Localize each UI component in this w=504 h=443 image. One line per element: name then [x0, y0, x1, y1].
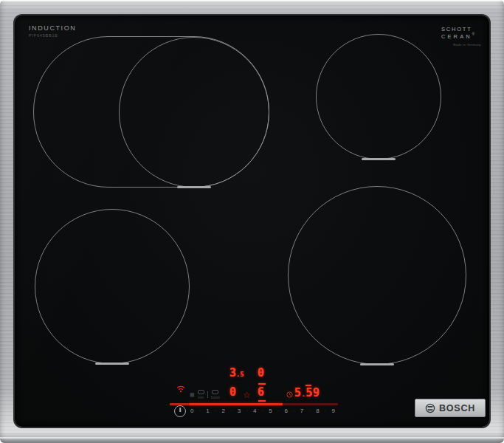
short-timer-icon: min	[198, 390, 204, 399]
level-separator: ·	[309, 408, 311, 413]
induction-hob: INDUCTION PIF645BB1E SCHOTT CERAN® Made …	[0, 0, 504, 443]
power-level-key-0[interactable]: 0	[190, 408, 193, 414]
timer-symbol	[198, 390, 204, 394]
power-level-key-6[interactable]: 6	[285, 408, 288, 414]
frame-bottom-highlight	[0, 437, 504, 439]
front-left-power-display[interactable]: 0	[229, 387, 236, 398]
flex-zone-circle	[119, 37, 269, 188]
zone-center-mark	[362, 158, 396, 160]
ceran-subtext: Made in Germany	[441, 43, 481, 47]
boost-label: boost	[211, 395, 220, 399]
bosch-logo-icon	[425, 403, 435, 413]
power-level-key-7[interactable]: 7	[300, 408, 303, 414]
schott-ceran-logo: SCHOTT CERAN® Made in Germany	[441, 26, 481, 47]
rear-left-power-display[interactable]: 3.5	[229, 368, 244, 379]
boost-symbol	[212, 390, 218, 394]
registered-mark: ®	[472, 32, 474, 36]
clock-icon	[286, 391, 293, 398]
zone-center-mark	[360, 363, 394, 365]
frame-top-highlight	[0, 0, 504, 1]
power-level-key-2[interactable]: 2	[222, 408, 225, 414]
front-right-zone	[288, 186, 466, 365]
min-label: min	[198, 395, 204, 399]
level-separator: ·	[215, 408, 216, 413]
timer-display[interactable]: 5.59	[294, 388, 320, 399]
powerboost-icon: boost	[211, 390, 220, 399]
schott-line: SCHOTT	[441, 26, 481, 32]
zone-center-mark	[95, 363, 129, 365]
power-button[interactable]	[174, 405, 186, 417]
pan-grid-icon: ▦	[190, 392, 195, 397]
level-separator: ·	[277, 408, 279, 413]
model-number: PIF645BB1E	[29, 33, 58, 38]
power-level-key-1[interactable]: 1	[206, 408, 209, 414]
induction-label: INDUCTION	[29, 24, 76, 32]
power-level-key-3[interactable]: 3	[238, 408, 241, 414]
zone-center-mark	[177, 186, 211, 188]
rear-right-power-display[interactable]: 0	[258, 368, 264, 379]
power-level-scale[interactable]: 0·1·2·3·4·5·6·7·8·9	[190, 406, 335, 415]
power-level-key-8[interactable]: 8	[316, 408, 319, 414]
level-separator: ·	[293, 408, 294, 413]
level-separator: ·	[262, 408, 263, 413]
bosch-wordmark: BOSCH	[439, 403, 475, 413]
ceran-line: CERAN®	[441, 32, 481, 40]
power-level-key-4[interactable]: 4	[253, 408, 256, 414]
aux-function-icons: ▦ min boost	[190, 390, 220, 399]
slider-line-dim	[283, 403, 338, 405]
wifi-icon	[176, 385, 185, 393]
ceramic-glass-surface: INDUCTION PIF645BB1E SCHOTT CERAN® Made …	[15, 16, 489, 427]
rear-right-zone	[316, 34, 441, 159]
slider-line-active	[189, 403, 283, 405]
favorite-star-icon[interactable]: ☆	[243, 391, 251, 399]
front-right-power-display[interactable]: 6	[258, 387, 264, 398]
level-separator: ·	[230, 408, 232, 413]
level-separator: ·	[325, 408, 326, 413]
bosch-badge: BOSCH	[415, 399, 486, 417]
power-level-key-5[interactable]: 5	[269, 408, 272, 414]
power-level-key-9[interactable]: 9	[331, 408, 334, 414]
front-left-zone	[35, 209, 190, 364]
divider	[207, 391, 208, 398]
level-separator: ·	[199, 408, 201, 413]
level-separator: ·	[246, 408, 248, 413]
